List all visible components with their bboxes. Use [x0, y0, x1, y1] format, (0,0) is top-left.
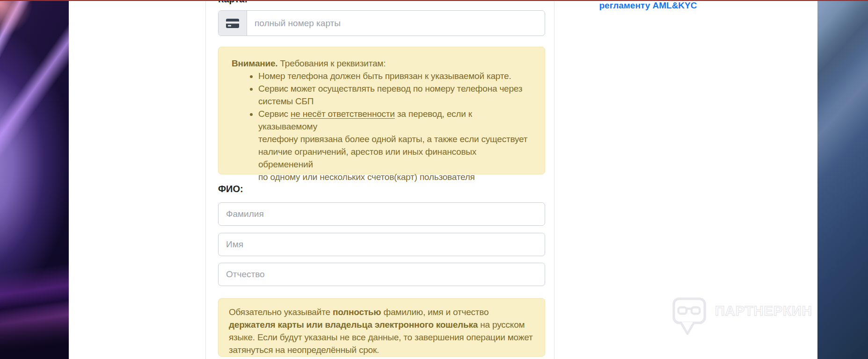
left-background-art	[0, 0, 69, 359]
page: Карта: Внимание. Требования к реквизитам…	[0, 0, 868, 359]
fio-field-label: ФИО:	[218, 184, 243, 194]
aml-kyc-link[interactable]: регламенту AML&KYC	[599, 0, 697, 11]
credit-card-icon	[226, 18, 240, 29]
right-background-art	[817, 0, 868, 359]
card-number-input-group	[218, 10, 545, 36]
last-name-input[interactable]	[218, 202, 545, 226]
speech-bubble-glasses-icon	[672, 296, 707, 337]
warning-item-phone-text: Номер телефона должен быть привязан к ук…	[258, 71, 511, 81]
note-seg2-bold: полностью	[333, 307, 381, 317]
watermark-text: ПАРТНЕРКИН	[715, 303, 812, 319]
note-seg4-bold: держателя карты или владельца электронно…	[229, 320, 478, 330]
warning-list: Номер телефона должен быть привязан к ук…	[232, 70, 532, 183]
warning-title-bold: Внимание.	[232, 58, 277, 68]
card-input-addon	[219, 11, 247, 36]
warning-title: Внимание. Требования к реквизитам:	[232, 57, 532, 70]
warning-liability-underlined: не несёт ответственности	[291, 109, 395, 119]
warning-item-phone-binding: Номер телефона должен быть привязан к ук…	[258, 70, 532, 82]
warning-item-sbp: Сервис может осуществлять перевод по ном…	[258, 82, 532, 108]
top-accent-border	[0, 0, 868, 1]
warning-liability-post: за перевод, если к указываемому телефону…	[258, 109, 527, 182]
note-seg1: Обязательно указывайте	[229, 307, 333, 317]
left-column-divider	[205, 0, 206, 359]
note-seg3: фамилию, имя и отчество	[381, 307, 489, 317]
card-number-input[interactable]	[247, 11, 545, 36]
warning-liability-pre: Сервис	[258, 109, 291, 119]
warning-item-sbp-text: Сервис может осуществлять перевод по ном…	[258, 84, 522, 106]
fio-note-box: Обязательно указывайте полностью фамилию…	[218, 298, 545, 357]
sidebar-regulation-text: регламенту AML&KYC	[554, 0, 742, 14]
requisites-warning-box: Внимание. Требования к реквизитам: Номер…	[218, 47, 545, 174]
first-name-input[interactable]	[218, 233, 545, 256]
warning-item-liability: Сервис не несёт ответственности за перев…	[258, 108, 532, 183]
sidebar-divider	[554, 0, 554, 359]
partnerkin-watermark: ПАРТНЕРКИН	[672, 296, 812, 337]
middle-name-input[interactable]	[218, 263, 545, 286]
warning-title-rest: Требования к реквизитам:	[277, 58, 386, 68]
